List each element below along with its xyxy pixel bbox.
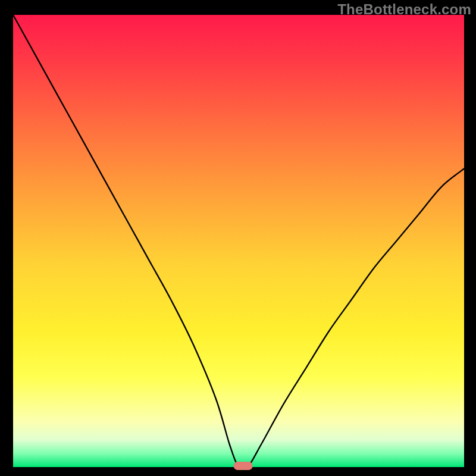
watermark-text: TheBottleneck.com xyxy=(337,1,471,18)
chart-plot-area xyxy=(13,15,464,467)
bottleneck-curve xyxy=(13,15,464,467)
optimal-marker xyxy=(234,462,253,470)
